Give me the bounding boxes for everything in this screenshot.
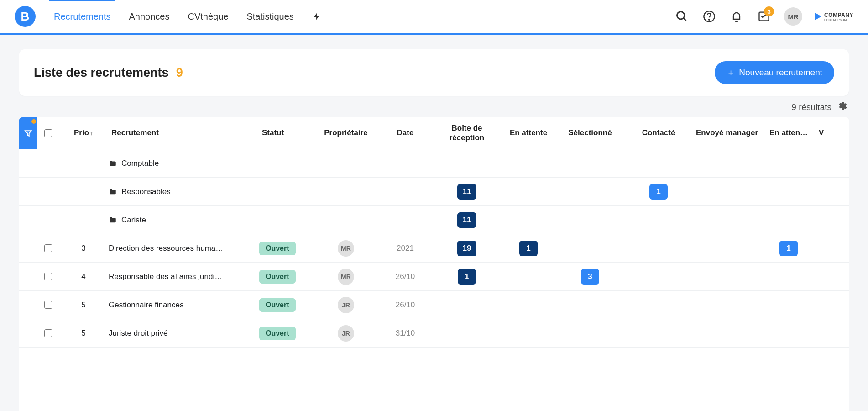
count-pill[interactable]: 3 xyxy=(581,269,599,285)
col-selectionne[interactable]: Sélectionné xyxy=(556,128,624,137)
table-row[interactable]: 3Direction des ressources huma…OuvertMR2… xyxy=(19,234,849,263)
col-statut[interactable]: Statut xyxy=(259,128,314,137)
topbar-right: 3 MR COMPANY LOREM IPSUM xyxy=(675,7,853,26)
row-date: 2021 xyxy=(378,244,433,253)
count-pill[interactable]: 19 xyxy=(457,241,477,256)
results-count: 9 résultats xyxy=(791,102,831,112)
owner-avatar[interactable]: JR xyxy=(338,297,354,313)
col-recrutement[interactable]: Recrutement xyxy=(109,128,259,137)
count-pill[interactable]: 1 xyxy=(649,184,668,200)
recruitment-name: Direction des ressources huma… xyxy=(109,244,223,253)
help-icon[interactable] xyxy=(702,9,716,24)
col-contacte[interactable]: Contacté xyxy=(624,128,693,137)
folder-name: Comptable xyxy=(121,159,159,168)
count-pill[interactable]: 1 xyxy=(779,241,798,256)
notif-badge: 3 xyxy=(764,6,774,16)
row-date: 26/10 xyxy=(378,300,433,310)
user-avatar[interactable]: MR xyxy=(784,7,802,26)
table-row[interactable]: Comptable xyxy=(19,149,849,178)
row-checkbox[interactable] xyxy=(44,329,52,337)
status-badge: Ouvert xyxy=(259,242,296,255)
company-logo[interactable]: COMPANY LOREM IPSUM xyxy=(815,12,853,21)
gear-icon[interactable] xyxy=(837,100,848,114)
row-prio: 4 xyxy=(58,272,109,281)
count-pill[interactable]: 11 xyxy=(457,212,477,228)
row-date: 31/10 xyxy=(378,329,433,338)
col-prio[interactable]: Prio↑ xyxy=(58,128,109,137)
app-logo[interactable]: B xyxy=(15,6,36,27)
col-v[interactable]: V xyxy=(816,128,830,137)
row-date: 26/10 xyxy=(378,272,433,281)
page-title: Liste des recrutements xyxy=(34,66,169,80)
col-proprietaire[interactable]: Propriétaire xyxy=(314,128,378,137)
recruitments-table: Prio↑ Recrutement Statut Propriétaire Da… xyxy=(19,117,849,411)
table-row[interactable]: 5Juriste droit privéOuvertJR31/10 xyxy=(19,319,849,348)
nav-statistiques[interactable]: Statistiques xyxy=(246,0,293,33)
company-name: COMPANY xyxy=(824,12,853,18)
count-pill[interactable]: 11 xyxy=(457,184,477,200)
folder-name: Responsables xyxy=(121,187,171,196)
table-row[interactable]: 5Gestionnaire financesOuvertJR26/10 xyxy=(19,291,849,319)
col-attente[interactable]: En attente xyxy=(501,128,556,137)
count-pill[interactable]: 1 xyxy=(519,241,538,256)
status-badge: Ouvert xyxy=(259,270,296,284)
nav-recrutements[interactable]: Recrutements xyxy=(54,0,111,33)
results-bar: 9 résultats xyxy=(19,96,849,117)
recruitment-name: Responsable des affaires juridi… xyxy=(109,272,222,281)
bell-icon[interactable] xyxy=(729,9,744,24)
col-boite[interactable]: Boîte de réception xyxy=(433,124,501,142)
row-checkbox[interactable] xyxy=(44,301,52,309)
table-row[interactable]: 4Responsable des affaires juridi…OuvertM… xyxy=(19,263,849,291)
owner-avatar[interactable]: MR xyxy=(338,240,354,257)
owner-avatar[interactable]: MR xyxy=(338,269,354,285)
col-envoye[interactable]: Envoyé manager xyxy=(693,128,761,137)
company-tagline: LOREM IPSUM xyxy=(824,18,853,21)
svg-point-0 xyxy=(677,12,685,19)
status-badge: Ouvert xyxy=(259,327,296,340)
count-pill[interactable]: 1 xyxy=(458,269,476,285)
filter-active-indicator xyxy=(31,119,36,124)
inbox-icon[interactable]: 3 xyxy=(757,9,771,24)
col-date[interactable]: Date xyxy=(378,128,433,137)
row-checkbox[interactable] xyxy=(44,273,52,280)
table-header-row: Prio↑ Recrutement Statut Propriétaire Da… xyxy=(19,117,849,149)
svg-line-1 xyxy=(684,18,686,21)
new-recruitment-button[interactable]: ＋ Nouveau recrutement xyxy=(715,61,834,84)
nav-cvtheque[interactable]: CVthèque xyxy=(188,0,228,33)
row-prio: 5 xyxy=(58,300,109,310)
table-row[interactable]: Responsables111 xyxy=(19,178,849,206)
search-icon[interactable] xyxy=(675,9,689,24)
row-checkbox[interactable] xyxy=(44,244,52,252)
table-row[interactable]: Cariste11 xyxy=(19,206,849,234)
recruitment-name: Gestionnaire finances xyxy=(109,300,183,310)
nav-annonces[interactable]: Annonces xyxy=(129,0,170,33)
folder-name: Cariste xyxy=(121,216,146,225)
status-badge: Ouvert xyxy=(259,298,296,312)
page-count: 9 xyxy=(176,66,183,80)
main-nav: Recrutements Annonces CVthèque Statistiq… xyxy=(54,0,321,33)
owner-avatar[interactable]: JR xyxy=(338,325,354,342)
page-header: Liste des recrutements 9 ＋ Nouveau recru… xyxy=(19,49,849,96)
svg-point-3 xyxy=(709,19,710,20)
new-button-label: Nouveau recrutement xyxy=(739,68,822,78)
col-attente2[interactable]: En atten… xyxy=(761,128,816,137)
sort-asc-icon: ↑ xyxy=(90,129,93,137)
row-prio: 3 xyxy=(58,244,109,253)
plus-icon: ＋ xyxy=(727,67,735,79)
lightning-icon[interactable] xyxy=(312,11,321,22)
select-all-checkbox[interactable] xyxy=(44,129,52,137)
filter-button[interactable] xyxy=(19,117,37,149)
topbar: B Recrutements Annonces CVthèque Statist… xyxy=(0,0,868,35)
row-prio: 5 xyxy=(58,329,109,338)
recruitment-name: Juriste droit privé xyxy=(109,329,167,338)
